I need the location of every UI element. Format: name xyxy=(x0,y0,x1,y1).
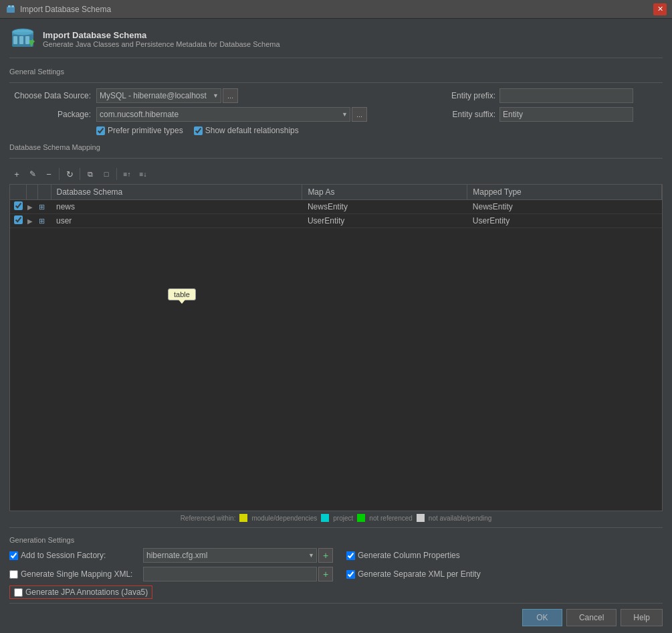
row2-check[interactable] xyxy=(10,214,26,228)
legend-row: Referenced within: module/dependencies p… xyxy=(9,511,663,525)
row1-check[interactable] xyxy=(10,200,26,214)
header-icon xyxy=(9,25,36,52)
show-default-checkbox[interactable] xyxy=(194,126,203,135)
move-up-button[interactable]: ≡↑ xyxy=(120,167,134,181)
dialog-header: Import Database Schema Generate Java Cla… xyxy=(9,25,663,58)
col-icon xyxy=(37,185,51,200)
package-select[interactable]: com.nucsoft.hibernate xyxy=(96,107,350,122)
generate-jpa-checkbox[interactable] xyxy=(14,588,23,597)
add-to-session-checkbox[interactable] xyxy=(9,551,18,560)
table-tooltip: table xyxy=(168,288,196,300)
generate-single-input[interactable] xyxy=(143,567,317,581)
datasource-browse-button[interactable]: ... xyxy=(223,88,238,103)
entity-prefix-group: Entity prefix: xyxy=(442,88,663,103)
refresh-button[interactable]: ↻ xyxy=(62,167,77,181)
generate-separate-check-wrap: Generate Separate XML per Entity xyxy=(346,569,481,579)
session-factory-select-wrapper[interactable]: hibernate.cfg.xml xyxy=(143,548,317,563)
generate-jpa-label: Generate JPA Annotations (Java5) xyxy=(25,587,148,597)
generate-single-checkbox[interactable] xyxy=(9,570,18,579)
generate-single-label: Generate Single Mapping XML: xyxy=(21,569,132,579)
svg-rect-7 xyxy=(13,36,17,44)
col-schema-header: Database Schema xyxy=(51,185,302,200)
help-button[interactable]: Help xyxy=(621,609,663,626)
edit-row-button[interactable]: ✎ xyxy=(25,167,40,181)
entity-suffix-label: Entity suffix: xyxy=(442,110,495,119)
package-label: Package: xyxy=(9,110,96,119)
row1-icon: ⊞ xyxy=(37,200,51,214)
generate-single-row: Generate Single Mapping XML: + Generate … xyxy=(9,567,663,581)
datasource-select-wrapper[interactable]: MySQL - hibernate@localhost xyxy=(96,88,221,103)
show-default-checkbox-item[interactable]: Show default relationships xyxy=(194,126,299,135)
row2-expander[interactable]: ▶ xyxy=(26,214,37,228)
close-button[interactable]: ✕ xyxy=(653,3,667,15)
generate-separate-checkbox[interactable] xyxy=(346,570,355,579)
legend-label-white: not available/pending xyxy=(429,515,492,522)
table-row: ▶ ⊞ user UserEntity UserEntity xyxy=(10,214,662,228)
col-mapas-header: Map As xyxy=(302,185,467,200)
svg-rect-0 xyxy=(7,7,15,13)
row1-mappedtype: NewsEntity xyxy=(467,200,662,214)
package-select-wrapper[interactable]: com.nucsoft.hibernate xyxy=(96,107,350,122)
prefer-primitive-checkbox-item[interactable]: Prefer primitive types xyxy=(96,126,183,135)
cancel-button[interactable]: Cancel xyxy=(566,609,617,626)
generate-single-add-button[interactable]: + xyxy=(318,567,333,581)
svg-rect-9 xyxy=(25,36,29,44)
toolbar-separator-2 xyxy=(80,168,80,180)
legend-box-cyan xyxy=(321,514,329,522)
entity-suffix-group: Entity suffix: xyxy=(442,107,663,122)
paste-button[interactable]: □ xyxy=(99,167,114,181)
session-factory-select[interactable]: hibernate.cfg.xml xyxy=(143,548,317,563)
right-column: Entity prefix: Entity suffix: xyxy=(435,88,663,122)
legend-box-yellow xyxy=(239,514,247,522)
legend-label-yellow: module/dependencies xyxy=(251,515,317,522)
entity-suffix-input[interactable] xyxy=(499,107,633,122)
row2-schema: user xyxy=(51,214,302,228)
generate-column-checkbox[interactable] xyxy=(346,551,355,560)
row2-mappedtype: UserEntity xyxy=(467,214,662,228)
prefer-primitive-label: Prefer primitive types xyxy=(108,126,183,135)
legend-text-before: Referenced within: xyxy=(181,515,236,522)
legend-box-green xyxy=(357,514,365,522)
row1-checkbox[interactable] xyxy=(14,201,23,210)
toolbar-separator-3 xyxy=(116,168,117,180)
datasource-select[interactable]: MySQL - hibernate@localhost xyxy=(96,88,221,103)
row2-icon: ⊞ xyxy=(37,214,51,228)
legend-label-cyan: project xyxy=(333,515,353,522)
svg-rect-8 xyxy=(19,36,23,44)
generate-single-label-wrap: Generate Single Mapping XML: xyxy=(9,569,143,579)
copy-button[interactable]: ⧉ xyxy=(83,167,98,181)
generate-single-input-wrap: + xyxy=(143,567,333,581)
generate-column-check-wrap: Generate Column Properties xyxy=(346,551,460,560)
datasource-label: Choose Data Source: xyxy=(9,91,96,100)
row1-mapas: NewsEntity xyxy=(302,200,467,214)
entity-prefix-input[interactable] xyxy=(499,88,633,103)
dialog-title: Import Database Schema xyxy=(43,30,280,40)
col-check xyxy=(10,185,26,200)
general-settings-label: General Settings xyxy=(9,68,663,76)
svg-rect-1 xyxy=(8,5,11,7)
package-browse-button[interactable]: ... xyxy=(352,107,367,122)
generate-column-label: Generate Column Properties xyxy=(358,551,460,560)
remove-row-button[interactable]: − xyxy=(41,167,56,181)
db-mapping-section: Database Schema Mapping + ✎ − ↻ ⧉ □ ≡↑ ≡… xyxy=(9,141,663,525)
main-content: Import Database Schema Generate Java Cla… xyxy=(0,19,672,633)
generate-separate-label: Generate Separate XML per Entity xyxy=(358,569,481,579)
session-factory-add-button[interactable]: + xyxy=(318,548,333,563)
ok-button[interactable]: OK xyxy=(522,609,562,626)
row1-expander[interactable]: ▶ xyxy=(26,200,37,214)
bottom-buttons: OK Cancel Help xyxy=(9,603,663,626)
table-row: ▶ ⊞ news NewsEntity NewsEntity xyxy=(10,200,662,214)
generate-jpa-wrap[interactable]: Generate JPA Annotations (Java5) xyxy=(9,585,152,599)
row2-checkbox[interactable] xyxy=(14,215,23,224)
move-down-button[interactable]: ≡↓ xyxy=(136,167,150,181)
add-to-session-label-wrap: Add to Session Factory: xyxy=(9,551,143,560)
svg-rect-6 xyxy=(12,32,33,35)
window-title: Import Database Schema xyxy=(20,5,653,14)
db-mapping-label: Database Schema Mapping xyxy=(9,143,663,151)
window-icon xyxy=(5,4,16,15)
title-bar: Import Database Schema ✕ xyxy=(0,0,672,19)
add-to-session-label: Add to Session Factory: xyxy=(21,551,106,560)
add-to-session-row: Add to Session Factory: hibernate.cfg.xm… xyxy=(9,548,663,563)
add-row-button[interactable]: + xyxy=(9,167,24,181)
prefer-primitive-checkbox[interactable] xyxy=(96,126,105,135)
